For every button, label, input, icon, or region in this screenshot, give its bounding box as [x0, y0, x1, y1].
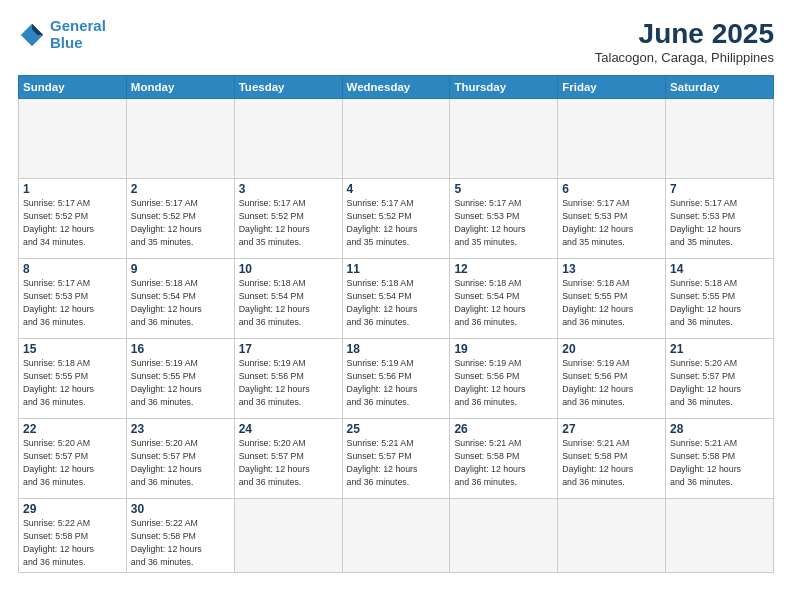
- day-number: 21: [670, 342, 769, 356]
- day-info: Sunrise: 5:17 AMSunset: 5:53 PMDaylight:…: [562, 198, 633, 247]
- logo-line1: General: [50, 17, 106, 34]
- calendar-cell: 4 Sunrise: 5:17 AMSunset: 5:52 PMDayligh…: [342, 179, 450, 259]
- day-info: Sunrise: 5:21 AMSunset: 5:58 PMDaylight:…: [562, 438, 633, 487]
- calendar-cell: 27 Sunrise: 5:21 AMSunset: 5:58 PMDaylig…: [558, 419, 666, 499]
- day-info: Sunrise: 5:20 AMSunset: 5:57 PMDaylight:…: [670, 358, 741, 407]
- day-number: 4: [347, 182, 446, 196]
- day-info: Sunrise: 5:19 AMSunset: 5:55 PMDaylight:…: [131, 358, 202, 407]
- day-info: Sunrise: 5:17 AMSunset: 5:53 PMDaylight:…: [670, 198, 741, 247]
- day-number: 9: [131, 262, 230, 276]
- day-number: 3: [239, 182, 338, 196]
- day-info: Sunrise: 5:21 AMSunset: 5:57 PMDaylight:…: [347, 438, 418, 487]
- calendar-cell: 5 Sunrise: 5:17 AMSunset: 5:53 PMDayligh…: [450, 179, 558, 259]
- month-title: June 2025: [595, 18, 774, 50]
- day-number: 15: [23, 342, 122, 356]
- calendar-cell: 28 Sunrise: 5:21 AMSunset: 5:58 PMDaylig…: [666, 419, 774, 499]
- day-number: 26: [454, 422, 553, 436]
- day-number: 11: [347, 262, 446, 276]
- col-header-thursday: Thursday: [450, 76, 558, 99]
- calendar-cell: 23 Sunrise: 5:20 AMSunset: 5:57 PMDaylig…: [126, 419, 234, 499]
- calendar-cell: [342, 499, 450, 573]
- day-info: Sunrise: 5:17 AMSunset: 5:52 PMDaylight:…: [131, 198, 202, 247]
- logo: General Blue: [18, 18, 106, 51]
- day-number: 29: [23, 502, 122, 516]
- calendar-cell: 19 Sunrise: 5:19 AMSunset: 5:56 PMDaylig…: [450, 339, 558, 419]
- logo-text: General Blue: [50, 18, 106, 51]
- calendar-cell: 24 Sunrise: 5:20 AMSunset: 5:57 PMDaylig…: [234, 419, 342, 499]
- day-number: 13: [562, 262, 661, 276]
- calendar-cell: 8 Sunrise: 5:17 AMSunset: 5:53 PMDayligh…: [19, 259, 127, 339]
- day-info: Sunrise: 5:22 AMSunset: 5:58 PMDaylight:…: [23, 518, 94, 567]
- col-header-saturday: Saturday: [666, 76, 774, 99]
- calendar-cell: 25 Sunrise: 5:21 AMSunset: 5:57 PMDaylig…: [342, 419, 450, 499]
- day-number: 28: [670, 422, 769, 436]
- day-number: 17: [239, 342, 338, 356]
- day-info: Sunrise: 5:18 AMSunset: 5:54 PMDaylight:…: [239, 278, 310, 327]
- calendar-week-0: [19, 99, 774, 179]
- day-info: Sunrise: 5:17 AMSunset: 5:53 PMDaylight:…: [23, 278, 94, 327]
- day-info: Sunrise: 5:20 AMSunset: 5:57 PMDaylight:…: [131, 438, 202, 487]
- calendar-cell: 3 Sunrise: 5:17 AMSunset: 5:52 PMDayligh…: [234, 179, 342, 259]
- calendar-week-5: 29 Sunrise: 5:22 AMSunset: 5:58 PMDaylig…: [19, 499, 774, 573]
- col-header-monday: Monday: [126, 76, 234, 99]
- calendar-cell: 11 Sunrise: 5:18 AMSunset: 5:54 PMDaylig…: [342, 259, 450, 339]
- col-header-tuesday: Tuesday: [234, 76, 342, 99]
- calendar-week-1: 1 Sunrise: 5:17 AMSunset: 5:52 PMDayligh…: [19, 179, 774, 259]
- calendar-cell: 10 Sunrise: 5:18 AMSunset: 5:54 PMDaylig…: [234, 259, 342, 339]
- day-number: 20: [562, 342, 661, 356]
- day-number: 6: [562, 182, 661, 196]
- title-block: June 2025 Talacogon, Caraga, Philippines: [595, 18, 774, 65]
- calendar-cell: 7 Sunrise: 5:17 AMSunset: 5:53 PMDayligh…: [666, 179, 774, 259]
- calendar-cell: 15 Sunrise: 5:18 AMSunset: 5:55 PMDaylig…: [19, 339, 127, 419]
- calendar-cell: [234, 99, 342, 179]
- day-number: 30: [131, 502, 230, 516]
- calendar-cell: [558, 499, 666, 573]
- day-number: 16: [131, 342, 230, 356]
- day-number: 18: [347, 342, 446, 356]
- calendar-cell: [558, 99, 666, 179]
- logo-line2: Blue: [50, 34, 83, 51]
- calendar-week-3: 15 Sunrise: 5:18 AMSunset: 5:55 PMDaylig…: [19, 339, 774, 419]
- calendar-cell: [450, 499, 558, 573]
- header: General Blue June 2025 Talacogon, Caraga…: [18, 18, 774, 65]
- day-info: Sunrise: 5:21 AMSunset: 5:58 PMDaylight:…: [454, 438, 525, 487]
- day-info: Sunrise: 5:20 AMSunset: 5:57 PMDaylight:…: [239, 438, 310, 487]
- day-info: Sunrise: 5:20 AMSunset: 5:57 PMDaylight:…: [23, 438, 94, 487]
- day-info: Sunrise: 5:17 AMSunset: 5:52 PMDaylight:…: [23, 198, 94, 247]
- col-header-sunday: Sunday: [19, 76, 127, 99]
- day-number: 1: [23, 182, 122, 196]
- calendar-cell: 12 Sunrise: 5:18 AMSunset: 5:54 PMDaylig…: [450, 259, 558, 339]
- logo-icon: [18, 21, 46, 49]
- day-number: 14: [670, 262, 769, 276]
- day-number: 10: [239, 262, 338, 276]
- calendar-cell: 22 Sunrise: 5:20 AMSunset: 5:57 PMDaylig…: [19, 419, 127, 499]
- page: General Blue June 2025 Talacogon, Caraga…: [0, 0, 792, 612]
- calendar-cell: 9 Sunrise: 5:18 AMSunset: 5:54 PMDayligh…: [126, 259, 234, 339]
- calendar-cell: [450, 99, 558, 179]
- calendar-cell: [342, 99, 450, 179]
- day-info: Sunrise: 5:18 AMSunset: 5:54 PMDaylight:…: [131, 278, 202, 327]
- calendar-cell: [666, 99, 774, 179]
- calendar-cell: [666, 499, 774, 573]
- calendar-cell: 6 Sunrise: 5:17 AMSunset: 5:53 PMDayligh…: [558, 179, 666, 259]
- location: Talacogon, Caraga, Philippines: [595, 50, 774, 65]
- calendar-cell: 14 Sunrise: 5:18 AMSunset: 5:55 PMDaylig…: [666, 259, 774, 339]
- day-info: Sunrise: 5:19 AMSunset: 5:56 PMDaylight:…: [454, 358, 525, 407]
- day-info: Sunrise: 5:17 AMSunset: 5:52 PMDaylight:…: [347, 198, 418, 247]
- calendar-cell: 20 Sunrise: 5:19 AMSunset: 5:56 PMDaylig…: [558, 339, 666, 419]
- calendar-cell: 30 Sunrise: 5:22 AMSunset: 5:58 PMDaylig…: [126, 499, 234, 573]
- calendar-cell: 21 Sunrise: 5:20 AMSunset: 5:57 PMDaylig…: [666, 339, 774, 419]
- day-info: Sunrise: 5:19 AMSunset: 5:56 PMDaylight:…: [239, 358, 310, 407]
- calendar-cell: 26 Sunrise: 5:21 AMSunset: 5:58 PMDaylig…: [450, 419, 558, 499]
- day-info: Sunrise: 5:18 AMSunset: 5:55 PMDaylight:…: [670, 278, 741, 327]
- day-number: 8: [23, 262, 122, 276]
- calendar-cell: 16 Sunrise: 5:19 AMSunset: 5:55 PMDaylig…: [126, 339, 234, 419]
- day-info: Sunrise: 5:19 AMSunset: 5:56 PMDaylight:…: [562, 358, 633, 407]
- day-info: Sunrise: 5:18 AMSunset: 5:54 PMDaylight:…: [347, 278, 418, 327]
- day-info: Sunrise: 5:17 AMSunset: 5:52 PMDaylight:…: [239, 198, 310, 247]
- day-info: Sunrise: 5:19 AMSunset: 5:56 PMDaylight:…: [347, 358, 418, 407]
- day-number: 7: [670, 182, 769, 196]
- calendar-cell: 1 Sunrise: 5:17 AMSunset: 5:52 PMDayligh…: [19, 179, 127, 259]
- calendar-cell: 18 Sunrise: 5:19 AMSunset: 5:56 PMDaylig…: [342, 339, 450, 419]
- day-number: 23: [131, 422, 230, 436]
